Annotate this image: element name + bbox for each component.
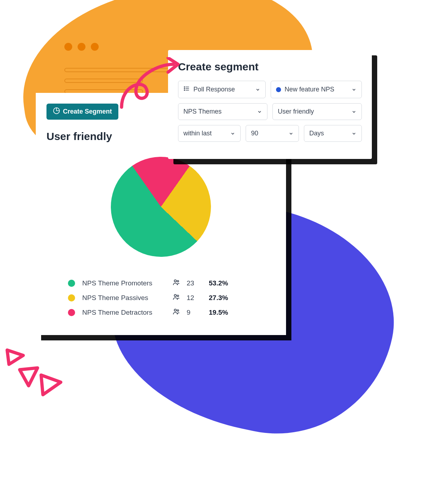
chevron-down-icon — [257, 109, 262, 114]
create-segment-panel: Create segment Poll Response New feature… — [168, 50, 372, 159]
legend: NPS Theme Promoters2353.2%NPS Theme Pass… — [46, 278, 275, 317]
legend-row: NPS Theme Detractors919.5% — [68, 308, 268, 317]
create-segment-button[interactable]: Create Segment — [46, 104, 118, 120]
svg-point-1 — [177, 280, 178, 282]
legend-percent: 19.5% — [209, 309, 237, 316]
svg-point-2 — [174, 294, 176, 296]
chevron-down-icon — [351, 109, 356, 114]
legend-count: 9 — [187, 309, 205, 316]
legend-label: NPS Theme Promoters — [82, 279, 168, 287]
chevron-down-icon — [289, 131, 294, 136]
legend-percent: 53.2% — [209, 279, 237, 287]
svg-point-0 — [174, 280, 176, 282]
legend-count: 12 — [187, 294, 205, 302]
svg-point-10 — [184, 90, 185, 91]
users-icon — [172, 308, 182, 317]
legend-label: NPS Theme Passives — [82, 294, 168, 302]
pie-icon — [53, 107, 60, 116]
select-nps-themes[interactable]: NPS Themes — [178, 103, 267, 120]
chevron-down-icon — [351, 131, 356, 136]
users-icon — [172, 278, 182, 288]
list-icon — [183, 85, 190, 94]
svg-point-4 — [174, 309, 176, 311]
chevron-down-icon — [255, 87, 260, 92]
create-segment-button-label: Create Segment — [63, 108, 112, 115]
blue-dot-icon — [276, 87, 281, 92]
select-label: 90 — [251, 130, 258, 137]
decorative-triangles-icon — [4, 336, 68, 400]
select-new-feature-nps[interactable]: New feature NPS — [271, 81, 362, 98]
svg-point-8 — [184, 88, 185, 89]
legend-count: 23 — [187, 279, 205, 287]
select-label: User friendly — [278, 108, 314, 115]
legend-label: NPS Theme Detractors — [82, 309, 168, 316]
chevron-down-icon — [230, 131, 235, 136]
svg-point-5 — [177, 310, 178, 311]
select-user-friendly[interactable]: User friendly — [272, 103, 362, 120]
chevron-down-icon — [351, 87, 356, 92]
svg-point-3 — [177, 295, 178, 296]
legend-percent: 27.3% — [209, 294, 237, 302]
select-label: Poll Response — [193, 86, 235, 93]
legend-color-dot — [68, 294, 75, 301]
legend-row: NPS Theme Passives1227.3% — [68, 293, 268, 303]
select-within-last[interactable]: within last — [178, 125, 241, 142]
users-icon — [172, 293, 182, 303]
legend-row: NPS Theme Promoters2353.2% — [68, 278, 268, 288]
panel-title: Create segment — [178, 61, 362, 73]
select-label: NPS Themes — [183, 108, 222, 115]
select-quantity[interactable]: 90 — [246, 125, 299, 142]
select-poll-response[interactable]: Poll Response — [178, 81, 266, 98]
svg-point-6 — [184, 87, 185, 88]
select-label: New feature NPS — [285, 86, 334, 93]
legend-color-dot — [68, 280, 75, 287]
legend-color-dot — [68, 309, 75, 316]
select-unit[interactable]: Days — [304, 125, 362, 142]
select-label: within last — [183, 130, 212, 137]
select-label: Days — [309, 130, 324, 137]
